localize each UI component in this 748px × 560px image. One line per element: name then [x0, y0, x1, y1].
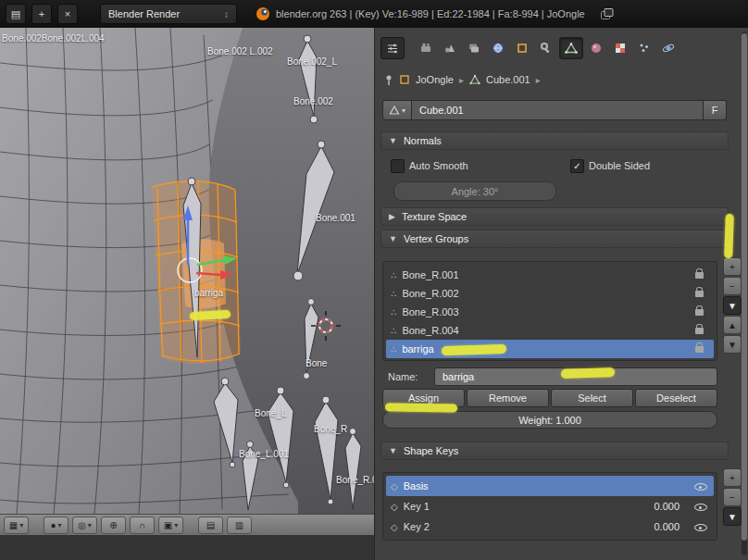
tab-object-data[interactable]	[559, 37, 583, 59]
eye-icon[interactable]	[694, 480, 707, 492]
lock-icon[interactable]	[695, 328, 704, 334]
object-cube-icon	[399, 74, 410, 85]
shape-key-item[interactable]: Key 1 0.000	[386, 496, 714, 516]
pivot-icon: ◎	[78, 520, 86, 530]
tab-render[interactable]	[415, 38, 437, 58]
transform-manipulator-button[interactable]: ⊕	[101, 516, 126, 534]
properties-editor: JoOngle Cube.001 Cube.001 F ▼ Normals Au…	[374, 28, 748, 560]
breadcrumb-data[interactable]: Cube.001	[486, 74, 530, 85]
id-name-row: Cube.001 F	[382, 100, 727, 120]
info-editor-icon: ▤	[11, 8, 20, 20]
opengl-render-button[interactable]: ▤	[198, 516, 223, 534]
tab-scene[interactable]	[439, 38, 461, 58]
shading-sphere-icon: ●	[50, 520, 56, 530]
lock-icon[interactable]	[695, 309, 704, 316]
shape-key-icon	[391, 480, 398, 492]
move-vertex-group-down-button[interactable]: ▼	[723, 335, 742, 354]
scene-statistics: blender.org 263 | (Key) Ve:16-989 | Ed:2…	[276, 8, 585, 19]
close-area-button[interactable]: ×	[57, 4, 78, 24]
viewport-shading-button[interactable]: ●	[44, 516, 69, 534]
lock-icon[interactable]	[695, 291, 704, 297]
viewport-header: ▦ ● ◎ ⊕ ∩ ▣ ▤ ▥	[0, 514, 374, 535]
vertex-group-item[interactable]: Bone_R.003	[386, 303, 714, 321]
editor-type-info-button[interactable]: ▤	[6, 4, 26, 24]
breadcrumb-object[interactable]: JoOngle	[416, 74, 454, 85]
bone-label: Bone.001	[316, 213, 355, 223]
eye-icon[interactable]	[694, 521, 707, 532]
panel-header-normals[interactable]: ▼ Normals	[380, 131, 729, 150]
mesh-name-field[interactable]: Cube.001	[412, 100, 704, 120]
tab-texture[interactable]	[609, 38, 631, 58]
pivot-point-button[interactable]: ◎	[72, 516, 97, 534]
breadcrumb: JoOngle Cube.001	[384, 69, 541, 90]
editor-type-properties-button[interactable]	[380, 37, 405, 59]
auto-smooth-label: Auto Smooth	[409, 160, 468, 171]
move-vertex-group-up-button[interactable]: ▲	[723, 316, 742, 334]
tab-modifiers[interactable]	[535, 38, 557, 58]
double-sided-label: Double Sided	[589, 160, 650, 171]
pin-icon	[384, 74, 393, 86]
vertex-group-icon	[391, 288, 396, 299]
blender-logo-icon	[256, 6, 270, 21]
snap-element-button[interactable]: ▣	[158, 516, 183, 534]
snap-element-icon: ▣	[164, 520, 172, 530]
properties-scrollbar[interactable]	[742, 31, 747, 555]
fake-user-button[interactable]: F	[704, 100, 727, 120]
remove-button[interactable]: Remove	[467, 389, 549, 407]
magnet-icon: ∩	[139, 520, 145, 530]
screen-layout-icon[interactable]	[600, 7, 615, 20]
render-engine-dropdown[interactable]: Blender Render ↕	[100, 4, 237, 24]
panel-header-vertex-groups[interactable]: ▼ Vertex Groups	[380, 230, 729, 248]
tab-world[interactable]	[487, 38, 509, 58]
lock-icon[interactable]	[695, 272, 704, 279]
vertex-group-name: Bone_R.004	[402, 325, 458, 336]
tab-render-layers[interactable]	[463, 38, 485, 58]
vertex-group-name: Bone_R.003	[402, 306, 458, 317]
add-vertex-group-button[interactable]: +	[723, 257, 742, 276]
add-shape-key-button[interactable]: +	[723, 468, 742, 487]
deselect-button[interactable]: Deselect	[635, 389, 717, 407]
lock-icon[interactable]	[695, 346, 704, 353]
bone-label: Bone.002_L	[287, 56, 337, 67]
vertex-group-name: Bone_R.001	[402, 269, 458, 280]
eye-icon[interactable]	[694, 501, 707, 512]
mesh-data-icon	[565, 42, 578, 55]
bone-label: Bone.002 L.002	[207, 46, 273, 56]
auto-smooth-angle-slider[interactable]: Angle: 30°	[393, 181, 556, 201]
snap-magnet-button[interactable]: ∩	[130, 516, 155, 534]
shape-key-item-selected[interactable]: Basis	[386, 476, 714, 496]
double-sided-checkbox[interactable]	[570, 159, 584, 173]
vertex-group-item[interactable]: Bone_R.002	[386, 284, 714, 303]
split-area-button[interactable]: +	[31, 4, 52, 24]
shape-key-icon	[391, 501, 398, 512]
panel-header-shape-keys[interactable]: ▼ Shape Keys	[380, 442, 729, 460]
shape-key-specials-button[interactable]: ▼	[723, 507, 742, 526]
tab-particles[interactable]	[633, 38, 655, 58]
shape-key-value[interactable]: 0.000	[654, 521, 679, 532]
panel-header-texture-space[interactable]: ▶ Texture Space	[380, 207, 729, 226]
editor-type-3d-view-button[interactable]: ▦	[4, 516, 29, 534]
vertex-group-item[interactable]: Bone_R.004	[386, 321, 714, 340]
vertex-group-name-row: Name: barriga	[388, 367, 717, 386]
annotation-highlight-assign	[385, 403, 457, 412]
window-gap	[0, 535, 374, 560]
scrollbar-handle[interactable]	[742, 33, 747, 541]
auto-smooth-checkbox[interactable]	[391, 159, 405, 173]
opengl-render-anim-button[interactable]: ▥	[227, 516, 252, 534]
tab-physics[interactable]	[657, 38, 679, 58]
vertex-group-item[interactable]: Bone_R.001	[386, 266, 714, 284]
shape-key-value[interactable]: 0.000	[654, 501, 679, 512]
remove-shape-key-button[interactable]: −	[723, 488, 742, 506]
remove-vertex-group-button[interactable]: −	[723, 277, 742, 295]
physics-icon	[662, 42, 675, 55]
vertex-group-item-selected[interactable]: barriga	[386, 340, 714, 358]
weight-slider[interactable]: Weight: 1.000	[382, 411, 717, 429]
shape-key-item[interactable]: Key 2 0.000	[386, 516, 714, 537]
browse-mesh-data-button[interactable]	[382, 100, 412, 120]
select-button[interactable]: Select	[551, 389, 633, 407]
viewport-3d[interactable]: Bone.002Bone.002L.004 Bone.002 L.002 Bon…	[0, 28, 374, 514]
vertex-group-specials-button[interactable]: ▼	[723, 296, 742, 315]
tab-object[interactable]	[511, 38, 533, 58]
vertex-groups-side-buttons: + − ▼ ▲ ▼	[723, 257, 742, 354]
tab-material[interactable]	[585, 38, 607, 58]
